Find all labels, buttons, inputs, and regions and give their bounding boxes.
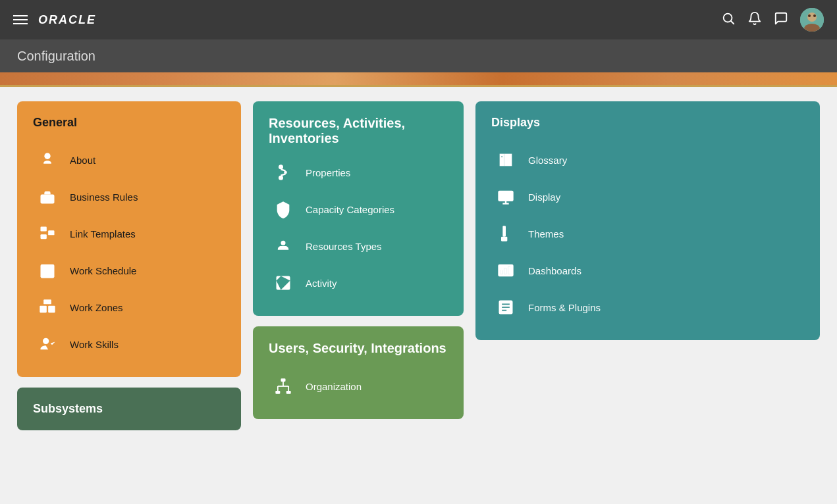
svg-line-1 [731,21,734,24]
header-left: ORACLE [13,13,96,27]
avatar[interactable] [800,8,824,32]
users-card: Users, Security, Integrations Organizati… [253,326,464,419]
organization-item[interactable]: Organization [269,368,448,405]
displays-card: Displays Glossary Display Themes [475,101,820,340]
svg-rect-20 [43,271,45,272]
capacity-icon [271,197,295,221]
link-templates-icon [36,222,59,245]
left-column: General About Business Rules Link Templa… [17,101,241,490]
decorative-banner [0,72,837,87]
display-label: Display [528,191,560,203]
capacity-categories-item[interactable]: Capacity Categories [269,191,448,228]
svg-rect-23 [43,274,45,276]
properties-icon [271,161,295,184]
search-icon[interactable] [721,11,736,29]
right-column: Displays Glossary Display Themes [475,101,820,490]
work-schedule-item[interactable]: Work Schedule [33,252,225,289]
dashboards-item[interactable]: Dashboards [491,252,804,289]
work-skills-icon [36,332,59,356]
svg-rect-46 [498,191,513,201]
svg-rect-39 [275,391,280,394]
activity-item[interactable]: Activity [269,265,448,301]
svg-rect-16 [41,265,55,278]
work-skills-label: Work Skills [70,339,119,350]
users-title: Users, Security, Integrations [269,341,448,356]
business-rules-label: Business Rules [70,191,138,203]
svg-line-14 [47,229,48,233]
hamburger-menu[interactable] [13,15,28,24]
work-zones-label: Work Zones [70,302,123,313]
svg-rect-55 [500,270,503,274]
svg-rect-26 [48,306,55,313]
link-templates-item[interactable]: Link Templates [33,215,225,252]
business-rules-item[interactable]: Business Rules [33,178,225,215]
forms-plugins-label: Forms & Plugins [528,302,601,313]
forms-plugins-icon [494,295,518,319]
display-icon [494,185,518,209]
link-templates-label: Link Templates [70,228,136,239]
themes-item[interactable]: Themes [491,215,804,252]
svg-point-37 [281,241,286,245]
svg-rect-22 [50,271,51,272]
organization-icon [271,374,295,398]
activity-icon [271,271,295,295]
svg-point-30 [43,338,49,344]
subsystems-card[interactable]: Subsystems [17,388,241,430]
svg-rect-50 [501,237,507,241]
about-icon [36,148,59,172]
organization-label: Organization [306,381,362,392]
subsystems-title: Subsystems [33,402,103,415]
briefcase-icon [36,185,59,209]
dashboards-icon [494,259,518,282]
oracle-logo: ORACLE [38,13,96,27]
themes-label: Themes [528,228,564,239]
header-right [721,8,824,32]
bell-icon[interactable] [747,11,762,29]
svg-rect-21 [47,271,48,272]
svg-rect-27 [43,299,51,304]
dashboards-label: Dashboards [528,265,581,276]
glossary-icon [494,148,518,172]
general-card: General About Business Rules Link Templa… [17,101,241,377]
svg-rect-13 [48,230,54,235]
activity-label: Activity [306,278,337,289]
main-content: General About Business Rules Link Templa… [0,87,837,504]
resources-icon [271,234,295,258]
sub-header: Configuration [0,39,837,72]
resources-types-label: Resources Types [306,241,382,252]
middle-column: Resources, Activities, Inventories Prope… [253,101,464,490]
general-title: General [33,116,225,130]
svg-point-36 [284,171,287,174]
svg-rect-12 [41,234,47,239]
svg-rect-56 [504,268,507,274]
chat-icon[interactable] [774,11,788,29]
glossary-item[interactable]: Glossary [491,141,804,178]
forms-plugins-item[interactable]: Forms & Plugins [491,289,804,326]
resources-types-item[interactable]: Resources Types [269,228,448,265]
svg-rect-9 [41,195,55,204]
svg-point-33 [279,176,283,180]
resources-title: Resources, Activities, Inventories [269,116,448,146]
work-schedule-label: Work Schedule [70,265,136,276]
svg-point-6 [813,14,816,17]
about-item[interactable]: About [33,141,225,178]
displays-title: Displays [491,116,804,130]
capacity-categories-label: Capacity Categories [306,204,394,215]
svg-rect-24 [47,274,48,276]
glossary-label: Glossary [528,155,567,166]
work-zones-item[interactable]: Work Zones [33,289,225,326]
svg-point-31 [279,164,283,169]
about-label: About [70,155,95,166]
svg-point-3 [807,13,817,22]
properties-label: Properties [306,167,350,178]
work-skills-item[interactable]: Work Skills [33,326,225,363]
svg-rect-11 [41,227,47,232]
properties-item[interactable]: Properties [269,154,448,191]
display-item[interactable]: Display [491,178,804,215]
svg-rect-40 [286,391,291,394]
svg-rect-8 [47,158,48,159]
svg-rect-38 [281,378,286,382]
svg-rect-57 [508,266,511,274]
svg-point-5 [808,14,811,17]
svg-rect-49 [502,226,506,236]
